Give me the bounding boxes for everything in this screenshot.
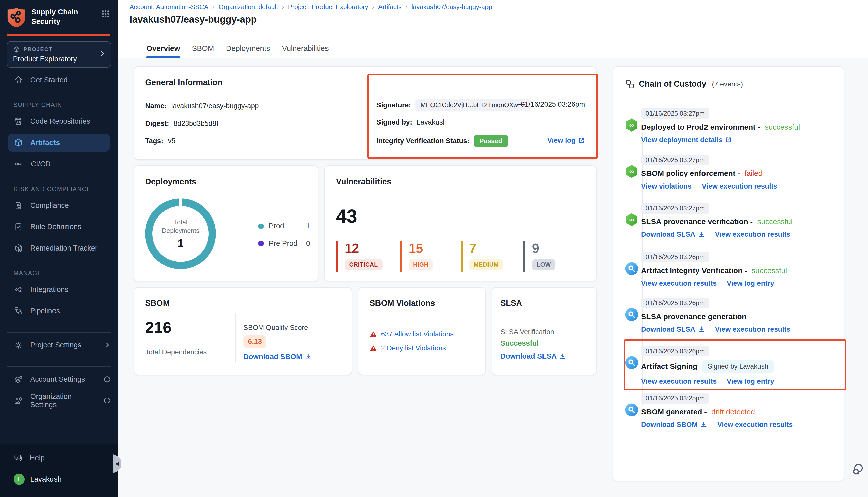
- sidebar-item-rule-definitions[interactable]: Rule Definitions: [0, 218, 118, 236]
- sidebar-item-code-repositories[interactable]: Code Repositories: [0, 112, 118, 130]
- total-deployments-value: 1: [178, 237, 184, 249]
- event-timestamp: 01/16/2025 03:27pm: [641, 155, 709, 165]
- severity-count: 12: [345, 241, 382, 256]
- event-link[interactable]: View violations: [641, 182, 692, 190]
- event-link[interactable]: View log entry: [727, 377, 774, 385]
- download-slsa-link[interactable]: Download SLSA: [500, 352, 566, 360]
- user-menu[interactable]: L Lavakush: [0, 471, 118, 488]
- event-links: Download SBOMView execution results: [641, 421, 836, 429]
- help-label: Help: [30, 454, 45, 462]
- scan-circle-icon: [625, 355, 639, 370]
- tags-label: Tags:: [145, 137, 163, 145]
- event-5: 01/16/2025 03:26pmSLSA provenance genera…: [625, 297, 836, 333]
- sidebar-item-cicd[interactable]: CI/CD: [0, 155, 118, 173]
- sidebar-item-remediation-tracker[interactable]: Remediation Tracker: [0, 239, 118, 257]
- violation-link[interactable]: 637 Allow list Violations: [381, 330, 453, 338]
- signature-label: Signature:: [377, 101, 411, 109]
- sidebar-item-get-started[interactable]: Get Started: [0, 71, 118, 89]
- event-link[interactable]: Download SLSA: [641, 325, 705, 333]
- digest-value: 8d23bd3b5d8f: [173, 119, 218, 128]
- breadcrumb-separator: ›: [405, 3, 408, 11]
- chat-support-icon[interactable]: [852, 462, 867, 477]
- pipelines-icon: [14, 306, 23, 315]
- severity-low: 9LOW: [523, 241, 555, 272]
- breadcrumb-separator: ›: [282, 3, 284, 11]
- info-icon: [103, 397, 111, 404]
- sidebar-item-account-settings[interactable]: Account Settings: [0, 370, 118, 388]
- sidebar-item-label: Code Repositories: [30, 117, 90, 126]
- event-link[interactable]: View execution results: [717, 421, 793, 429]
- breadcrumb-link[interactable]: Project: Product Exploratory: [288, 3, 368, 11]
- repo-icon: [14, 117, 23, 126]
- brand-shield-logo: [7, 7, 26, 28]
- event-link[interactable]: View execution results: [641, 377, 716, 385]
- event-link[interactable]: Download SBOM: [641, 421, 707, 429]
- tab-vulnerabilities[interactable]: Vulnerabilities: [282, 44, 329, 58]
- name-label: Name:: [145, 102, 167, 110]
- general-information-card: General Information Name:lavakush07/easy…: [134, 66, 597, 160]
- apps-grid-icon[interactable]: [101, 10, 110, 18]
- gear-icon: [14, 340, 23, 350]
- sidebar-item-compliance[interactable]: Compliance: [0, 197, 118, 214]
- tab-deployments[interactable]: Deployments: [226, 44, 270, 58]
- chevron-right-icon: [99, 50, 106, 57]
- project-cube-icon: [13, 46, 20, 53]
- event-status: successful: [752, 266, 787, 275]
- sidebar-item-pipelines[interactable]: Pipelines: [0, 302, 118, 320]
- severity-high: 15HIGH: [400, 241, 433, 272]
- download-sbom-link[interactable]: Download SBOM: [243, 353, 312, 361]
- sbom-card: SBOM 216 Total Dependencies SBOM Quality…: [134, 287, 352, 375]
- sidebar-header: Supply Chain Security: [0, 0, 118, 33]
- svg-text:∞: ∞: [629, 168, 634, 175]
- event-timestamp: 01/16/2025 03:25pm: [641, 393, 709, 403]
- layers-gear-icon: [14, 374, 23, 384]
- sidebar-item-organization-settings[interactable]: Organization Settings: [0, 392, 118, 409]
- event-link[interactable]: View execution results: [715, 230, 790, 239]
- card-title: SLSA: [500, 299, 522, 308]
- event-link[interactable]: View execution results: [715, 325, 790, 333]
- tab-bar: OverviewSBOMDeploymentsVulnerabilities: [118, 36, 868, 58]
- view-log-link[interactable]: View log: [547, 136, 585, 144]
- event-link[interactable]: Download SLSA: [641, 230, 705, 239]
- sidebar-item-label: Rule Definitions: [30, 223, 81, 231]
- breadcrumb-link[interactable]: lavakush07/easy-buggy-app: [411, 3, 492, 11]
- project-selector[interactable]: PROJECT Product Exploratory: [7, 41, 111, 68]
- download-icon: [305, 353, 312, 360]
- event-link[interactable]: View log entry: [727, 279, 774, 287]
- event-links: View execution resultsView log entry: [641, 279, 836, 287]
- event-3: ∞01/16/2025 03:27pmSLSA provenance verif…: [625, 202, 836, 239]
- sidebar-item-project-settings[interactable]: Project Settings: [0, 336, 118, 354]
- event-title: Artifact Integrity Verification -: [641, 266, 747, 275]
- deployments-donut-center: Total Deployments 1: [145, 198, 216, 269]
- events-count: (7 events): [712, 80, 743, 88]
- card-title: Deployments: [145, 177, 196, 186]
- breadcrumb-link[interactable]: Account: Automation-SSCA: [130, 3, 208, 11]
- event-link[interactable]: View execution results: [641, 279, 716, 287]
- tab-sbom[interactable]: SBOM: [192, 44, 214, 58]
- event-link[interactable]: View deployment details: [641, 136, 732, 144]
- sidebar: Supply Chain Security PROJECT Product Ex…: [0, 0, 118, 497]
- help-icon: ?: [14, 453, 23, 463]
- tab-overview[interactable]: Overview: [146, 44, 180, 58]
- event-title-row: SBOM policy enforcement -failed: [641, 169, 836, 178]
- box-wrench-icon: [14, 243, 23, 253]
- violation-link[interactable]: 2 Deny list Violations: [381, 344, 446, 352]
- sidebar-item-artifacts[interactable]: Artifacts: [8, 134, 110, 152]
- chevron-right-icon: [104, 342, 111, 349]
- breadcrumb-link[interactable]: Organization: default: [219, 3, 278, 11]
- event-timestamp: 01/16/2025 03:26pm: [641, 252, 709, 262]
- sidebar-item-integrations[interactable]: Integrations: [0, 281, 118, 298]
- event-link[interactable]: View execution results: [702, 182, 777, 190]
- nav-section-label: MANAGE: [0, 269, 118, 277]
- card-title: SBOM: [145, 299, 169, 308]
- sidebar-item-help[interactable]: ? Help: [0, 450, 118, 466]
- scan-circle-icon: [625, 403, 639, 417]
- nav-section-label: SUPPLY CHAIN: [0, 101, 118, 109]
- breadcrumb-link[interactable]: Artifacts: [378, 3, 402, 11]
- event-timestamp: 01/16/2025 03:27pm: [641, 203, 709, 213]
- event-links: View violationsView execution results: [641, 182, 836, 190]
- project-name: Product Exploratory: [13, 55, 105, 63]
- sbom-total: 216: [145, 318, 171, 336]
- sbom-quality-score: 6.13: [243, 335, 266, 348]
- info-icon: [103, 375, 111, 383]
